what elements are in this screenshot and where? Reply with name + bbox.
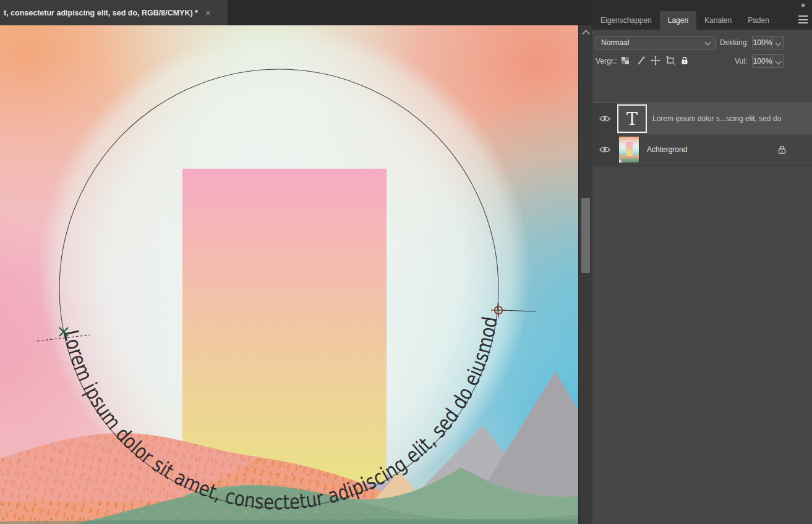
image-layer-thumbnail[interactable] [618, 136, 639, 163]
opacity-dropdown[interactable] [773, 36, 784, 49]
tab-paden[interactable]: Paden [740, 11, 777, 30]
document-tab[interactable]: t, consectetur adipiscing elit, sed do, … [0, 0, 229, 25]
opacity-input[interactable]: 100% [752, 36, 773, 49]
lock-transparent-pixels-icon[interactable] [620, 56, 630, 66]
tab-eigenschappen[interactable]: Eigenschappen [592, 11, 660, 30]
lock-all-icon[interactable] [680, 56, 690, 66]
layer-controls: Normaal Dekking: 100% Vergr.: [592, 30, 812, 103]
text-layer-thumbnail[interactable]: T [617, 104, 647, 133]
chevron-down-icon [775, 58, 781, 64]
layer-row-text[interactable]: T Lorem ipsum dolor s...scing elit, sed … [592, 103, 812, 135]
photoshop-window: t, consectetur adipiscing elit, sed do, … [0, 0, 812, 524]
opacity-label: Dekking: [720, 38, 749, 47]
document-title: t, consectetur adipiscing elit, sed do, … [4, 9, 198, 17]
canvas-scrollbar[interactable] [578, 25, 592, 524]
canvas-viewport[interactable]: Lorem ipsum dolor sit amet, consectetur … [0, 25, 578, 524]
lock-image-pixels-icon[interactable] [636, 56, 646, 66]
tab-lagen[interactable]: Lagen [660, 11, 696, 30]
fill-label: Vul: [735, 57, 747, 66]
canvas-artwork: Lorem ipsum dolor sit amet, consectetur … [0, 25, 578, 524]
lock-icon [778, 145, 786, 154]
document-tab-bar: t, consectetur adipiscing elit, sed do, … [0, 0, 592, 25]
panel-tab-bar: Eigenschappen Lagen Kanalen Paden [592, 11, 812, 30]
layer-row-background[interactable]: Achtergrond [592, 134, 812, 166]
scrollbar-thumb[interactable] [581, 198, 590, 273]
visibility-toggle[interactable] [592, 103, 617, 134]
fill-input[interactable]: 100% [752, 54, 773, 68]
panel-header-strip: » [592, 0, 812, 11]
eye-icon [599, 115, 610, 122]
blend-mode-value: Normaal [601, 38, 629, 47]
layers-panel: » Eigenschappen Lagen Kanalen Paden Norm… [592, 0, 812, 524]
lock-position-icon[interactable] [651, 56, 660, 66]
chevron-down-icon [705, 40, 711, 46]
layer-name: Lorem ipsum dolor s...scing elit, sed do [652, 114, 781, 123]
collapse-panels-icon[interactable]: » [801, 1, 805, 9]
layer-name: Achtergrond [647, 145, 687, 154]
fill-dropdown[interactable] [773, 54, 784, 68]
visibility-toggle[interactable] [592, 134, 617, 165]
eye-icon [599, 146, 610, 153]
chevron-up-icon[interactable] [582, 30, 590, 38]
lock-artboard-icon[interactable] [665, 56, 675, 66]
lock-label: Vergr.: [596, 57, 617, 66]
blend-mode-select[interactable]: Normaal [596, 36, 716, 49]
chevron-down-icon [775, 40, 781, 46]
center-rectangle [182, 169, 387, 483]
panel-menu-icon[interactable] [798, 15, 808, 23]
close-icon[interactable]: × [205, 8, 211, 17]
tab-kanalen[interactable]: Kanalen [696, 11, 740, 30]
